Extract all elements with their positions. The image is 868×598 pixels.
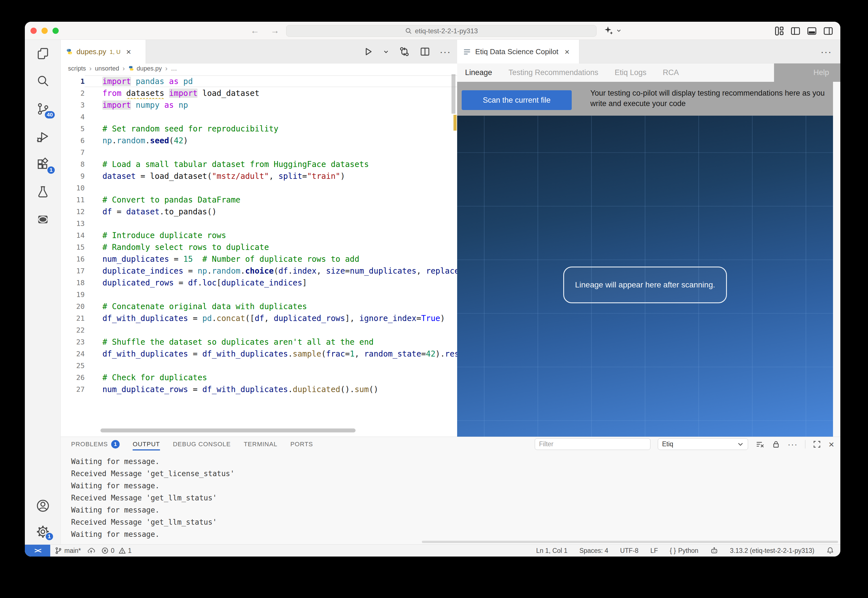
copilot-status-item[interactable] <box>710 547 718 555</box>
output-line: Waiting for message. <box>71 504 840 516</box>
code-line[interactable]: 7 <box>61 147 457 158</box>
code-line[interactable]: 8# Load a small tabular dataset from Hug… <box>61 158 457 170</box>
sidebar-item-search[interactable] <box>25 67 61 95</box>
python-interpreter-item[interactable]: 3.13.2 (etiq-test-2-2-1-py313) <box>730 547 814 555</box>
panel-more-actions-icon[interactable]: ··· <box>821 40 832 63</box>
run-python-file-button[interactable] <box>362 46 374 57</box>
code-line[interactable]: 25 <box>61 360 457 371</box>
cursor-position-item[interactable]: Ln 1, Col 1 <box>536 547 567 555</box>
code-line[interactable]: 12df = dataset.to_pandas() <box>61 206 457 217</box>
indentation-item[interactable]: Spaces: 4 <box>579 547 608 555</box>
close-tab-icon[interactable]: × <box>126 48 131 56</box>
split-editor-icon[interactable] <box>419 46 431 57</box>
tab-problems[interactable]: PROBLEMS 1 <box>71 437 120 451</box>
notifications-bell-button[interactable] <box>826 547 834 555</box>
sidebar-item-explorer[interactable] <box>25 40 61 67</box>
toggle-primary-sidebar-button[interactable] <box>790 26 801 36</box>
tab-debug-console[interactable]: DEBUG CONSOLE <box>173 437 231 451</box>
code-line[interactable]: 20# Concatenate original data with dupli… <box>61 300 457 312</box>
window-controls <box>30 28 59 34</box>
code-line[interactable]: 18duplicated_rows = df.loc[duplicate_ind… <box>61 277 457 289</box>
language-mode-item[interactable]: { } Python <box>670 547 698 555</box>
problems-status-item[interactable]: 0 1 <box>101 547 132 555</box>
code-line[interactable]: 23# Shuffle the dataset so duplicates ar… <box>61 336 457 348</box>
accounts-button[interactable] <box>25 499 61 513</box>
code-line[interactable]: 1import pandas as pd <box>61 75 457 87</box>
customize-layout-button[interactable] <box>774 26 784 36</box>
sidebar-item-etiq[interactable] <box>25 206 61 233</box>
code-line[interactable]: 15# Randomly select rows to duplicate <box>61 241 457 253</box>
tab-rca[interactable]: RCA <box>663 68 679 77</box>
command-center-search[interactable]: etiq-test-2-2-1-py313 <box>286 25 597 37</box>
output-filter-input[interactable] <box>535 438 650 450</box>
code-line[interactable]: 11# Convert to pandas DataFrame <box>61 194 457 206</box>
editor-vertical-scrollbar[interactable] <box>452 74 455 114</box>
tab-ports[interactable]: PORTS <box>290 437 313 451</box>
branch-status-item[interactable]: main* <box>55 547 81 555</box>
line-number: 7 <box>61 148 85 157</box>
code-line[interactable]: 27num_duplicate_rows = df_with_duplicate… <box>61 383 457 395</box>
breadcrumb-unsorted[interactable]: unsorted <box>95 65 119 72</box>
code-line[interactable]: 9dataset = load_dataset("mstz/adult", sp… <box>61 170 457 182</box>
breadcrumb-scripts[interactable]: scripts <box>68 65 86 72</box>
eol-item[interactable]: LF <box>650 547 658 555</box>
output-horizontal-scrollbar[interactable] <box>422 541 838 543</box>
code-editor[interactable]: 1import pandas as pd2from datasets impor… <box>61 73 457 437</box>
code-line[interactable]: 24df_with_duplicates = df_with_duplicate… <box>61 348 457 360</box>
close-window-button[interactable] <box>30 28 37 34</box>
tab-output[interactable]: OUTPUT <box>133 437 160 451</box>
sidebar-item-testing[interactable] <box>25 178 61 206</box>
code-line[interactable]: 6np.random.seed(42) <box>61 135 457 147</box>
code-line[interactable]: 5# Set random seed for reproducibility <box>61 123 457 135</box>
code-line[interactable]: 2from datasets import load_dataset <box>61 87 457 99</box>
tab-testing-recommendations[interactable]: Testing Recommendations <box>509 68 598 77</box>
tab-lineage[interactable]: Lineage <box>465 68 492 77</box>
code-line[interactable]: 21df_with_duplicates = pd.concat([df, du… <box>61 312 457 324</box>
tab-etiq-copilot[interactable]: Etiq Data Science Copilot × <box>457 40 579 64</box>
code-line[interactable]: 10 <box>61 182 457 194</box>
forward-button[interactable]: → <box>271 26 279 36</box>
tab-dupes-py[interactable]: dupes.py 1, U × <box>61 40 146 64</box>
code-line[interactable]: 16num_duplicates = 15 # Number of duplic… <box>61 253 457 265</box>
sidebar-item-extensions[interactable]: 1 <box>25 150 61 178</box>
clear-output-icon[interactable] <box>756 440 765 449</box>
panel-more-actions-icon[interactable]: ··· <box>787 440 798 449</box>
close-panel-tab-icon[interactable]: × <box>565 48 570 56</box>
settings-button[interactable]: 1 <box>25 525 61 539</box>
code-line[interactable]: 13 <box>61 217 457 229</box>
publish-changes-button[interactable] <box>87 547 95 554</box>
code-line[interactable]: 17duplicate_indices = np.random.choice(d… <box>61 265 457 277</box>
encoding-item[interactable]: UTF-8 <box>620 547 638 555</box>
toggle-secondary-sidebar-button[interactable] <box>823 26 834 36</box>
copilot-menu-button[interactable] <box>604 25 622 36</box>
editor-horizontal-scrollbar[interactable] <box>100 429 356 432</box>
close-panel-icon[interactable]: × <box>829 440 834 449</box>
tab-terminal[interactable]: TERMINAL <box>244 437 277 451</box>
output-channel-select[interactable]: Etiq <box>658 438 748 450</box>
tab-etiq-logs[interactable]: Etiq Logs <box>615 68 647 77</box>
status-bar: >< main* 0 <box>25 544 840 556</box>
code-line[interactable]: 19 <box>61 289 457 300</box>
remote-indicator-button[interactable]: >< <box>25 545 50 557</box>
maximize-panel-icon[interactable] <box>813 440 821 448</box>
breadcrumb-symbol[interactable]: … <box>171 65 177 72</box>
open-changes-icon[interactable] <box>398 46 410 58</box>
lock-output-icon[interactable] <box>772 440 780 448</box>
zoom-window-button[interactable] <box>52 28 59 34</box>
code-line[interactable]: 14# Introduce duplicate rows <box>61 229 457 241</box>
code-line[interactable]: 4 <box>61 111 457 123</box>
code-line[interactable]: 3import numpy as np <box>61 99 457 111</box>
breadcrumb-file[interactable]: dupes.py <box>128 65 162 72</box>
run-options-chevron-icon[interactable] <box>383 48 389 55</box>
code-line[interactable]: 22 <box>61 324 457 336</box>
minimize-window-button[interactable] <box>42 28 48 34</box>
editor-more-actions-icon[interactable]: ··· <box>440 46 451 57</box>
back-button[interactable]: ← <box>251 26 259 36</box>
etiq-panel-scrollbar-track[interactable] <box>833 82 840 437</box>
scan-current-file-button[interactable]: Scan the current file <box>462 90 572 110</box>
tab-help[interactable]: Help <box>813 68 829 77</box>
sidebar-item-source-control[interactable]: 40 <box>25 95 61 123</box>
code-line[interactable]: 26# Check for duplicates <box>61 371 457 383</box>
toggle-panel-button[interactable] <box>807 26 817 36</box>
sidebar-item-run-debug[interactable] <box>25 123 61 150</box>
